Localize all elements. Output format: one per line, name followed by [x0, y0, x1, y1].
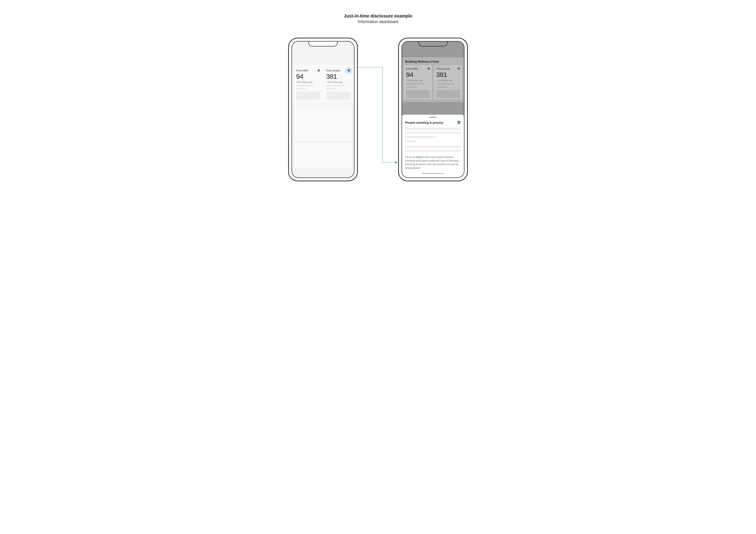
card-value: 381 [436, 71, 460, 79]
placeholder-line [406, 86, 417, 88]
sheet-drag-handle[interactable] [429, 117, 437, 118]
placeholder-block [326, 92, 350, 100]
placeholder-line [296, 85, 314, 86]
phone-right: Building Wellness Pulse Foot traffic i 9… [398, 38, 468, 181]
card-title: Foot traffic [406, 67, 418, 70]
card-delta: +12% above avg [326, 81, 350, 83]
shield-icon [457, 120, 461, 124]
placeholder-text-block [405, 128, 461, 152]
card-delta: +50% above avg [406, 79, 430, 81]
card-foot-traffic: Foot traffic i 94 +50% above avg [404, 65, 432, 99]
card-value: 94 [406, 71, 430, 79]
placeholder-line [406, 83, 424, 85]
card-title: Total people [326, 69, 340, 72]
phone-left-screen: Foot traffic i 94 +50% above avg Total p… [292, 41, 354, 178]
phone-notch [418, 41, 447, 46]
home-indicator [422, 173, 444, 174]
placeholder-line [326, 85, 344, 86]
card-title: Total people [436, 67, 450, 70]
placeholder-line [436, 86, 447, 88]
placeholder-line [326, 88, 337, 90]
placeholder-block [406, 90, 430, 98]
sheet-title: People counting & privacy [405, 121, 443, 124]
info-icon[interactable]: i [428, 67, 430, 70]
phone-notch [309, 41, 338, 46]
bottom-sheet[interactable]: People counting & privacy [402, 115, 464, 177]
card-total-people: Total people i 381 +12% above avg [434, 65, 462, 99]
card-title: Foot traffic [296, 69, 308, 72]
card-foot-traffic: Foot traffic i 94 +50% above avg [294, 67, 322, 101]
card-total-people: Total people i 381 +12% above avg [324, 67, 352, 101]
card-value: 94 [296, 73, 320, 80]
flow-connector [356, 66, 399, 167]
card-delta: +12% above avg [436, 79, 460, 81]
placeholder-line [296, 88, 307, 90]
placeholder-panel [294, 105, 352, 141]
svg-point-0 [458, 122, 459, 123]
card-value: 381 [326, 73, 350, 80]
page-subtitle: Information dashboard [358, 19, 398, 24]
placeholder-block [296, 92, 320, 100]
info-icon[interactable]: i [458, 67, 460, 70]
info-icon[interactable]: i [318, 69, 320, 71]
page-title: Just-in-time disclosure example [344, 13, 412, 19]
placeholder-panel [294, 143, 352, 168]
phone-left: Foot traffic i 94 +50% above avg Total p… [288, 38, 358, 181]
section-title: Building Wellness Pulse [402, 57, 464, 65]
placeholder-line [436, 83, 454, 85]
phone-right-screen: Building Wellness Pulse Foot traffic i 9… [402, 41, 464, 178]
placeholder-block [436, 90, 460, 98]
faq-link[interactable]: FAQ [416, 156, 421, 158]
info-icon[interactable]: i [348, 69, 350, 71]
card-delta: +50% above avg [296, 81, 320, 83]
sheet-footer-text: Go to our FAQ to learn more about Contos… [405, 155, 461, 170]
